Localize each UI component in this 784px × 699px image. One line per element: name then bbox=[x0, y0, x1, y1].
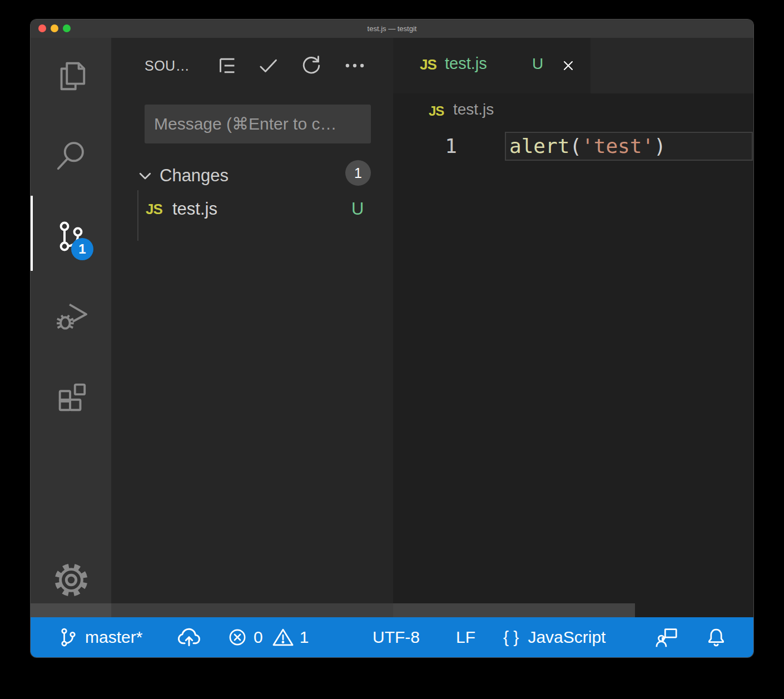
ellipsis-icon bbox=[343, 54, 366, 77]
tab-testjs[interactable]: JS test.js U bbox=[393, 38, 591, 93]
activity-item-manage[interactable] bbox=[53, 562, 89, 598]
notifications-button[interactable] bbox=[704, 617, 728, 657]
git-status-untracked: U bbox=[351, 199, 364, 219]
encoding-label: UTF-8 bbox=[373, 628, 420, 647]
token-function: alert bbox=[509, 135, 569, 157]
horizontal-scrollbar[interactable] bbox=[393, 603, 635, 617]
window-title: test.js — testgit bbox=[368, 24, 417, 33]
token-paren-close: ) bbox=[654, 135, 666, 157]
activity-item-explorer[interactable] bbox=[53, 58, 89, 94]
feedback-icon bbox=[654, 625, 679, 650]
bottom-strip-activity bbox=[31, 603, 111, 617]
error-count: 0 bbox=[254, 628, 263, 647]
braces-icon: { } bbox=[503, 628, 519, 647]
changed-file-row[interactable]: JS test.js U bbox=[111, 195, 393, 227]
breadcrumb[interactable]: JS test.js bbox=[393, 93, 753, 130]
js-file-icon: JS bbox=[420, 56, 436, 73]
tab-label: test.js bbox=[445, 54, 487, 73]
branch-name: master* bbox=[85, 628, 142, 647]
problems-indicator[interactable]: 0 1 bbox=[226, 617, 309, 657]
changes-count-badge: 1 bbox=[345, 160, 371, 186]
breadcrumb-file: test.js bbox=[453, 101, 494, 118]
line-number: 1 bbox=[424, 135, 457, 157]
activity-bar: 1 bbox=[31, 38, 111, 617]
sidebar-title: SOU… bbox=[145, 54, 190, 77]
zoom-window-button[interactable] bbox=[63, 24, 71, 32]
warning-icon bbox=[271, 626, 295, 649]
activity-item-search[interactable] bbox=[53, 138, 89, 173]
language-indicator[interactable]: { } JavaScript bbox=[503, 617, 606, 657]
more-actions-button[interactable] bbox=[342, 53, 368, 78]
close-tab-button[interactable] bbox=[559, 56, 578, 75]
publish-button[interactable] bbox=[176, 617, 202, 657]
active-view-indicator bbox=[31, 196, 33, 271]
source-control-badge: 1 bbox=[71, 238, 93, 260]
minimize-window-button[interactable] bbox=[51, 24, 58, 32]
source-control-sidebar: SOU… bbox=[111, 38, 393, 617]
view-as-tree-button[interactable] bbox=[214, 53, 239, 78]
close-window-button[interactable] bbox=[38, 24, 46, 32]
warning-count: 1 bbox=[300, 628, 309, 647]
commit-message-input[interactable] bbox=[145, 105, 371, 143]
code-text: alert('test') bbox=[509, 135, 666, 157]
refresh-button[interactable] bbox=[299, 53, 324, 78]
bell-icon bbox=[704, 626, 728, 649]
js-file-icon: JS bbox=[146, 201, 162, 218]
changed-file-name: test.js bbox=[172, 199, 217, 219]
traffic-lights bbox=[38, 24, 71, 32]
branch-indicator[interactable]: master* bbox=[57, 617, 142, 657]
debug-icon bbox=[54, 298, 88, 333]
token-string: 'test' bbox=[582, 135, 654, 157]
error-icon bbox=[226, 626, 249, 648]
bottom-strip-sidebar[interactable] bbox=[111, 603, 393, 617]
cloud-upload-icon bbox=[176, 624, 202, 650]
chevron-down-icon bbox=[137, 167, 153, 184]
feedback-button[interactable] bbox=[654, 617, 679, 657]
language-label: JavaScript bbox=[528, 628, 606, 647]
close-icon bbox=[560, 58, 576, 73]
refresh-icon bbox=[300, 54, 323, 77]
encoding-indicator[interactable]: UTF-8 bbox=[373, 617, 420, 657]
eol-indicator[interactable]: LF bbox=[456, 617, 475, 657]
editor-group: JS test.js U JS test.js 1 alert('test') bbox=[393, 38, 753, 617]
code-line-1[interactable]: 1 alert('test') bbox=[393, 132, 753, 161]
extensions-icon bbox=[54, 379, 88, 413]
check-icon bbox=[256, 54, 280, 77]
eol-label: LF bbox=[456, 628, 475, 647]
js-file-icon: JS bbox=[429, 103, 444, 119]
vscode-window: test.js — testgit bbox=[31, 19, 753, 657]
activity-item-run-debug[interactable] bbox=[53, 298, 89, 333]
files-icon bbox=[54, 59, 88, 93]
gear-icon bbox=[53, 562, 90, 598]
status-bar: master* 0 bbox=[31, 617, 753, 657]
title-bar[interactable]: test.js — testgit bbox=[31, 19, 753, 38]
git-branch-icon bbox=[57, 626, 80, 648]
activity-item-extensions[interactable] bbox=[53, 378, 89, 414]
changes-section-label: Changes bbox=[160, 166, 229, 186]
tab-git-status: U bbox=[532, 55, 543, 73]
search-icon bbox=[54, 138, 88, 173]
tab-bar-empty-space bbox=[591, 38, 753, 93]
token-paren-open: ( bbox=[569, 135, 582, 157]
list-tree-icon bbox=[215, 54, 238, 77]
commit-button[interactable] bbox=[255, 53, 281, 78]
